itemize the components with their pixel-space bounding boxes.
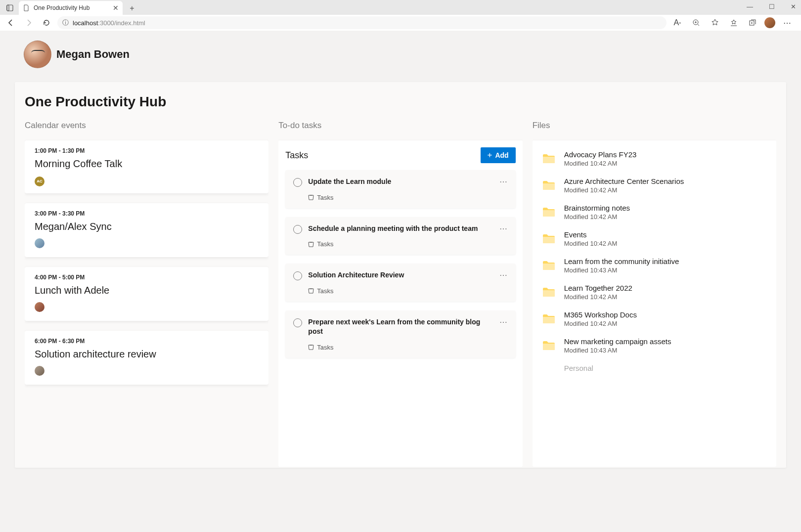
file-row[interactable]: Advocacy Plans FY23 Modified 10:42 AM (533, 145, 776, 172)
task-menu-icon[interactable]: ⋯ (499, 317, 508, 327)
file-name: Events (564, 230, 766, 239)
refresh-button[interactable] (40, 16, 53, 30)
tab-bar: One Productivity Hub ✕ + — ☐ ✕ (0, 0, 801, 15)
task-complete-circle[interactable] (293, 318, 302, 327)
event-card[interactable]: 3:00 PM - 3:30 PM Megan/Alex Sync (25, 203, 268, 257)
file-row[interactable]: Azure Architecture Center Scenarios Modi… (533, 172, 776, 199)
file-name: Advocacy Plans FY23 (564, 150, 766, 159)
events-list: 1:00 PM - 1:30 PM Morning Coffee Talk AC… (25, 140, 268, 395)
back-button[interactable] (4, 16, 18, 30)
file-name: Learn from the community initiative (564, 257, 766, 266)
task-complete-circle[interactable] (293, 178, 302, 187)
read-aloud-icon[interactable]: A» (670, 16, 684, 30)
minimize-icon[interactable]: — (747, 3, 753, 10)
event-time: 1:00 PM - 1:30 PM (35, 147, 259, 154)
url-input[interactable]: ⓘ localhost:3000/index.html (57, 16, 667, 29)
user-name: Megan Bowen (56, 48, 130, 61)
settings-menu-icon[interactable]: ⋯ (780, 16, 794, 30)
browser-tab[interactable]: One Productivity Hub ✕ (19, 1, 123, 15)
task-card[interactable]: Schedule a planning meeting with the pro… (285, 217, 515, 255)
tasks-list: Update the Learn module ⋯ Tasks Schedule… (285, 170, 515, 358)
task-menu-icon[interactable]: ⋯ (499, 270, 508, 280)
file-modified: Modified 10:42 AM (564, 320, 766, 327)
address-bar: ⓘ localhost:3000/index.html A» ⋯ (0, 15, 801, 31)
event-card[interactable]: 1:00 PM - 1:30 PM Morning Coffee Talk AC (25, 140, 268, 193)
folder-icon (542, 340, 555, 351)
new-tab-button[interactable]: + (126, 2, 138, 15)
maximize-icon[interactable]: ☐ (769, 3, 775, 10)
file-modified: Modified 10:43 AM (564, 347, 766, 354)
task-title: Solution Architecture Review (308, 270, 404, 280)
file-modified: Modified 10:42 AM (564, 213, 766, 221)
file-row[interactable]: Events Modified 10:42 AM (533, 225, 776, 252)
attendee-avatar[interactable] (35, 302, 44, 312)
event-card[interactable]: 6:00 PM - 6:30 PM Solution architecture … (25, 331, 268, 385)
attendee-avatar[interactable] (35, 366, 44, 376)
user-avatar[interactable] (24, 41, 51, 68)
attendee-avatar[interactable]: AC (35, 177, 44, 186)
task-complete-circle[interactable] (293, 225, 302, 234)
bucket-icon (308, 241, 314, 247)
event-card[interactable]: 4:00 PM - 5:00 PM Lunch with Adele (25, 267, 268, 321)
plus-icon: + (488, 150, 492, 160)
file-row[interactable]: Learn from the community initiative Modi… (533, 252, 776, 279)
close-tab-icon[interactable]: ✕ (113, 4, 119, 12)
folder-icon (542, 233, 555, 244)
page-icon (23, 4, 30, 11)
folder-icon (542, 260, 555, 271)
collections-icon[interactable] (746, 16, 759, 30)
favorite-star-icon[interactable] (708, 16, 722, 30)
forward-button[interactable] (22, 16, 36, 30)
add-task-button[interactable]: + Add (481, 147, 516, 163)
attendee-avatar[interactable] (35, 238, 44, 248)
event-time: 4:00 PM - 5:00 PM (35, 274, 259, 281)
columns: Calendar events 1:00 PM - 1:30 PM Mornin… (25, 121, 776, 467)
tasks-panel-title: Tasks (285, 150, 308, 161)
task-title: Schedule a planning meeting with the pro… (308, 224, 478, 234)
file-name: Azure Architecture Center Scenarios (564, 177, 766, 185)
task-category: Tasks (308, 287, 507, 295)
bucket-icon (308, 288, 314, 294)
event-title: Megan/Alex Sync (35, 221, 259, 232)
add-label: Add (495, 151, 508, 159)
svg-line-3 (698, 24, 699, 26)
task-card[interactable]: Prepare next week's Learn from the commu… (285, 310, 515, 358)
task-card[interactable]: Solution Architecture Review ⋯ Tasks (285, 264, 515, 302)
folder-icon (542, 153, 555, 164)
calendar-header: Calendar events (25, 121, 268, 131)
close-window-icon[interactable]: ✕ (791, 3, 796, 10)
folder-icon (542, 313, 555, 324)
profile-avatar[interactable] (764, 17, 775, 28)
toolbar-right: A» ⋯ (670, 16, 797, 30)
file-modified: Modified 10:42 AM (564, 293, 766, 301)
tasks-panel-header: Tasks + Add (285, 147, 515, 163)
file-peek[interactable]: Personal (533, 359, 776, 372)
task-title: Update the Learn module (308, 177, 391, 187)
task-menu-icon[interactable]: ⋯ (499, 177, 508, 186)
tab-actions-icon[interactable] (3, 1, 17, 15)
task-category: Tasks (308, 194, 507, 201)
calendar-column: Calendar events 1:00 PM - 1:30 PM Mornin… (25, 121, 268, 467)
window-controls: — ☐ ✕ (747, 3, 796, 10)
site-info-icon[interactable]: ⓘ (62, 18, 69, 27)
file-row[interactable]: M365 Workshop Docs Modified 10:42 AM (533, 306, 776, 332)
browser-chrome: One Productivity Hub ✕ + — ☐ ✕ ⓘ localho… (0, 0, 801, 31)
files-header: Files (533, 121, 776, 131)
tasks-panel: Tasks + Add Update the Learn module ⋯ Ta… (278, 140, 522, 467)
task-card[interactable]: Update the Learn module ⋯ Tasks (285, 170, 515, 208)
task-category-label: Tasks (317, 240, 333, 248)
file-row[interactable]: Learn Together 2022 Modified 10:42 AM (533, 279, 776, 306)
task-complete-circle[interactable] (293, 271, 302, 280)
file-modified: Modified 10:42 AM (564, 240, 766, 247)
event-title: Lunch with Adele (35, 285, 259, 296)
page-body: Megan Bowen One Productivity Hub Calenda… (0, 31, 801, 532)
file-row[interactable]: Brainstorming notes Modified 10:42 AM (533, 199, 776, 225)
zoom-icon[interactable] (689, 16, 703, 30)
bucket-icon (308, 194, 314, 200)
favorites-icon[interactable] (727, 16, 741, 30)
task-category-label: Tasks (317, 344, 333, 351)
url-text: localhost:3000/index.html (73, 19, 145, 27)
file-row[interactable]: New marketing campaign assets Modified 1… (533, 332, 776, 359)
task-menu-icon[interactable]: ⋯ (499, 224, 508, 233)
folder-icon (542, 180, 555, 191)
